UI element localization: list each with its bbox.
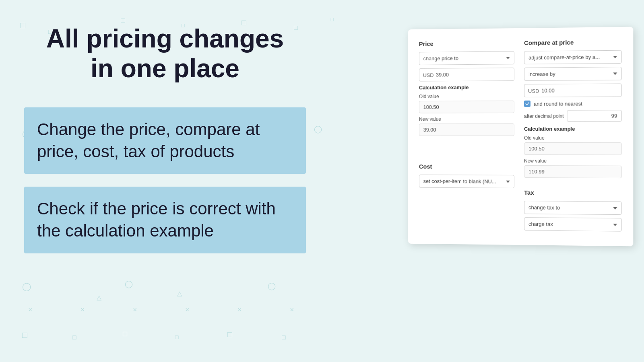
panel-columns: Price change price to USD Calculation ex…: [419, 38, 622, 234]
checkbox-row: and round to nearest: [524, 100, 622, 107]
highlight-box-1: Change the price, compare at price, cost…: [24, 107, 306, 174]
compare-input-wrapper: USD: [524, 84, 622, 97]
cost-section-title: Cost: [419, 163, 514, 170]
after-decimal-input[interactable]: [567, 110, 622, 122]
left-column: Price change price to USD Calculation ex…: [419, 39, 514, 234]
after-decimal-row: after decimal point: [524, 110, 622, 122]
round-label: and round to nearest: [534, 101, 582, 107]
price-section-title: Price: [419, 39, 514, 47]
price-select[interactable]: change price to: [419, 51, 514, 65]
right-column: Compare at price adjust compare-at-price…: [524, 38, 622, 234]
compare-old-value[interactable]: [524, 142, 622, 155]
compare-new-value[interactable]: [524, 165, 622, 178]
after-decimal-label: after decimal point: [524, 113, 564, 119]
main-title: All pricing changes in one place: [24, 24, 306, 83]
cost-select[interactable]: set cost-per-item to blank (NU...: [419, 175, 514, 188]
compare-new-label: New value: [524, 158, 622, 164]
tax-section-title: Tax: [524, 189, 622, 197]
compare-calc-section: Calculation example Old value New value: [524, 126, 622, 182]
price-new-value[interactable]: [419, 123, 514, 136]
tax-select-1[interactable]: change tax to: [524, 201, 622, 215]
compare-currency: USD: [528, 88, 539, 94]
compare-old-label: Old value: [524, 135, 622, 141]
price-currency: USD: [423, 72, 434, 78]
spacer2: [524, 181, 622, 189]
tax-section: Tax change tax to charge tax: [524, 189, 622, 235]
left-panel: All pricing changes in one place Change …: [24, 24, 306, 266]
price-section: Price change price to USD Calculation ex…: [419, 39, 514, 139]
highlight-text-2: Check if the price is correct with the c…: [37, 198, 293, 242]
price-old-label: Old value: [419, 93, 514, 99]
highlight-text-1: Change the price, compare at price, cost…: [37, 119, 293, 162]
compare-section-title: Compare at price: [524, 38, 622, 46]
compare-section: Compare at price adjust compare-at-price…: [524, 38, 622, 181]
right-panel: Price change price to USD Calculation ex…: [408, 27, 634, 247]
price-calc-title: Calculation example: [419, 84, 514, 90]
highlight-box-2: Check if the price is correct with the c…: [24, 187, 306, 253]
compare-select-1[interactable]: adjust compare-at-price by a...: [524, 50, 622, 64]
price-new-label: New value: [419, 116, 514, 122]
price-input-wrapper: USD: [419, 68, 514, 81]
price-old-value[interactable]: [419, 101, 514, 113]
compare-select-2[interactable]: increase by: [524, 67, 622, 81]
tax-select-2[interactable]: charge tax: [524, 217, 622, 231]
cost-section: Cost set cost-per-item to blank (NU...: [419, 163, 514, 191]
compare-calc-title: Calculation example: [524, 126, 622, 132]
price-calc-section: Calculation example Old value New value: [419, 84, 514, 139]
spacer: [419, 139, 514, 163]
round-checkbox[interactable]: [524, 101, 530, 107]
